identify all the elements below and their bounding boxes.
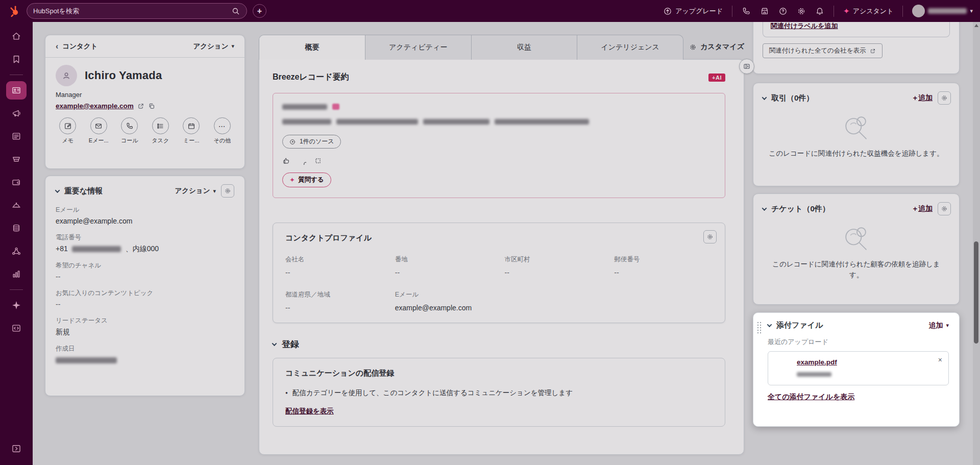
sidebar-item-bookmarks[interactable] xyxy=(6,50,27,68)
meeting-button[interactable]: ミー... xyxy=(179,117,204,144)
add-ticket-link[interactable]: + 追加 xyxy=(913,204,933,213)
sidebar-item-content[interactable] xyxy=(6,127,27,145)
global-search-input[interactable]: HubSpotを検索 xyxy=(27,3,247,19)
note-icon xyxy=(59,117,76,134)
empty-state-illustration xyxy=(833,111,880,145)
contact-actions-dropdown[interactable]: アクション ▾ xyxy=(193,42,234,51)
empty-state-illustration xyxy=(833,222,880,256)
redacted-summary-text xyxy=(423,119,489,125)
profile-fields: 会社名-- 番地-- 市区町村-- 郵便番号-- 都道府県／地域-- Eメールe… xyxy=(285,255,713,312)
view-all-attachments-link[interactable]: 全ての添付ファイルを表示 xyxy=(768,393,854,402)
quick-actions-row: メモ Eメー... コール タスク ミー... xyxy=(56,117,234,144)
chevron-down-icon: ▾ xyxy=(970,8,973,14)
sparkle-icon: ✦ xyxy=(843,7,850,16)
collapse-section-icon[interactable] xyxy=(762,206,767,211)
calling-icon[interactable] xyxy=(742,7,751,16)
attachment-file-link[interactable]: example.pdf xyxy=(797,358,837,366)
external-link-icon[interactable] xyxy=(137,103,144,110)
divider xyxy=(732,6,732,17)
view-subscriptions-link[interactable]: 配信登録を表示 xyxy=(285,407,334,416)
redacted-summary-text xyxy=(336,119,418,125)
drag-handle[interactable] xyxy=(756,321,763,334)
search-placeholder: HubSpotを検索 xyxy=(33,7,227,16)
redacted-pink-mark xyxy=(332,104,339,110)
ask-question-button[interactable]: ✦ 質問する xyxy=(282,173,331,187)
back-to-contacts-link[interactable]: ‹ コンタクト xyxy=(56,42,97,51)
tickets-settings-button[interactable] xyxy=(938,202,951,215)
sidebar-item-ai[interactable] xyxy=(6,296,27,314)
upgrade-label: アップグレード xyxy=(675,7,723,16)
field-create-date: 作成日 xyxy=(56,345,234,364)
deals-settings-button[interactable] xyxy=(938,91,951,105)
sidebar-item-reporting[interactable] xyxy=(6,265,27,283)
divider xyxy=(902,6,903,17)
task-button[interactable]: タスク xyxy=(149,117,173,144)
sidebar-item-commerce[interactable] xyxy=(6,150,27,168)
settings-icon[interactable] xyxy=(797,7,806,16)
sidebar-item-payments[interactable] xyxy=(6,173,27,191)
contact-card-toolbar: ‹ コンタクト アクション ▾ xyxy=(45,35,244,58)
scroll-up-arrow[interactable] xyxy=(974,24,978,27)
collapse-section-icon[interactable] xyxy=(272,341,277,346)
assistant-label: アシスタント xyxy=(853,7,894,16)
sources-chip[interactable]: 1件のソース xyxy=(282,135,341,149)
deals-empty-state: このレコードに関連付けられた収益機会を追跡します。 xyxy=(753,109,959,168)
account-menu[interactable]: ▾ xyxy=(912,5,973,17)
add-association-label-link[interactable]: 関連付けラベルを追加 xyxy=(771,22,838,30)
sidebar-item-service[interactable] xyxy=(6,196,27,214)
sidebar-item-crm[interactable] xyxy=(6,81,27,100)
sidebar-expand-toggle[interactable] xyxy=(6,439,27,458)
field-company-name: 会社名-- xyxy=(285,255,384,277)
notifications-icon[interactable] xyxy=(815,7,824,16)
about-card-title: 重要な情報 xyxy=(64,186,169,196)
profile-settings-button[interactable] xyxy=(703,230,717,243)
customize-tabs-button[interactable]: カスタマイズ xyxy=(687,35,744,59)
thumbs-down-icon[interactable] xyxy=(298,157,306,165)
add-attachment-dropdown[interactable]: 追加 ▾ xyxy=(928,321,949,330)
collapse-section-icon[interactable] xyxy=(767,322,772,327)
attachments-card: 添付ファイル 追加 ▾ 最近のアップロード example.pdf × 全ての添… xyxy=(753,312,960,427)
caret-down-icon: ▾ xyxy=(231,43,234,50)
sidebar-item-developer[interactable] xyxy=(6,319,27,337)
upgrade-button[interactable]: アップグレード xyxy=(663,7,723,16)
page-scrollbar[interactable] xyxy=(973,22,980,465)
tab-revenue[interactable]: 収益 xyxy=(472,35,578,60)
contact-email-link[interactable]: example@example.com xyxy=(56,102,134,110)
copy-icon[interactable] xyxy=(148,103,155,110)
sidebar-item-home[interactable] xyxy=(6,27,27,45)
about-settings-button[interactable] xyxy=(221,184,234,198)
more-actions-button[interactable]: ⋯ その他 xyxy=(210,117,235,144)
scrollbar-thumb[interactable] xyxy=(974,241,978,344)
view-all-companies-button[interactable]: 関連付けられた全ての会社を表示 xyxy=(763,43,883,58)
collapse-section-icon[interactable] xyxy=(762,95,767,100)
tab-intelligence[interactable]: インテリジェンス xyxy=(577,35,683,60)
thumbs-up-icon[interactable] xyxy=(282,157,290,165)
tab-overview[interactable]: 概要 xyxy=(259,35,365,60)
gear-icon xyxy=(941,94,948,102)
assistant-button[interactable]: ✦ アシスタント xyxy=(843,7,893,16)
collapse-right-panel-button[interactable] xyxy=(739,59,754,74)
page-content: ‹ コンタクト アクション ▾ Ichiro Yamada Manager ex… xyxy=(33,22,980,465)
sidebar-item-marketing[interactable] xyxy=(6,104,27,123)
field-postal-code: 郵便番号-- xyxy=(614,255,713,277)
create-new-button[interactable]: + xyxy=(253,4,266,18)
contact-profile-title: コンタクトプロファイル xyxy=(285,233,713,243)
hubspot-logo[interactable] xyxy=(7,4,22,19)
collapse-section-icon[interactable] xyxy=(55,188,60,193)
contact-header-card: ‹ コンタクト アクション ▾ Ichiro Yamada Manager ex… xyxy=(45,35,245,169)
help-icon[interactable] xyxy=(778,7,788,16)
email-button[interactable]: Eメー... xyxy=(87,117,111,144)
about-card: 重要な情報 アクション ▾ Eメール example@example.com 電… xyxy=(45,176,245,396)
about-actions-dropdown[interactable]: アクション ▾ xyxy=(175,186,216,195)
sidebar-item-automation[interactable] xyxy=(6,242,27,260)
call-button[interactable]: コール xyxy=(117,117,142,144)
remove-attachment-icon[interactable]: × xyxy=(938,356,942,364)
marketplace-icon[interactable] xyxy=(760,7,769,16)
copy-summary-icon[interactable] xyxy=(314,157,322,165)
field-street: 番地-- xyxy=(395,255,494,277)
sidebar-item-data[interactable] xyxy=(6,219,27,237)
tickets-title: チケット（0件） xyxy=(771,204,908,214)
add-deal-link[interactable]: + 追加 xyxy=(913,93,933,103)
tab-activities[interactable]: アクティビティー xyxy=(365,35,472,60)
note-button[interactable]: メモ xyxy=(56,117,80,144)
